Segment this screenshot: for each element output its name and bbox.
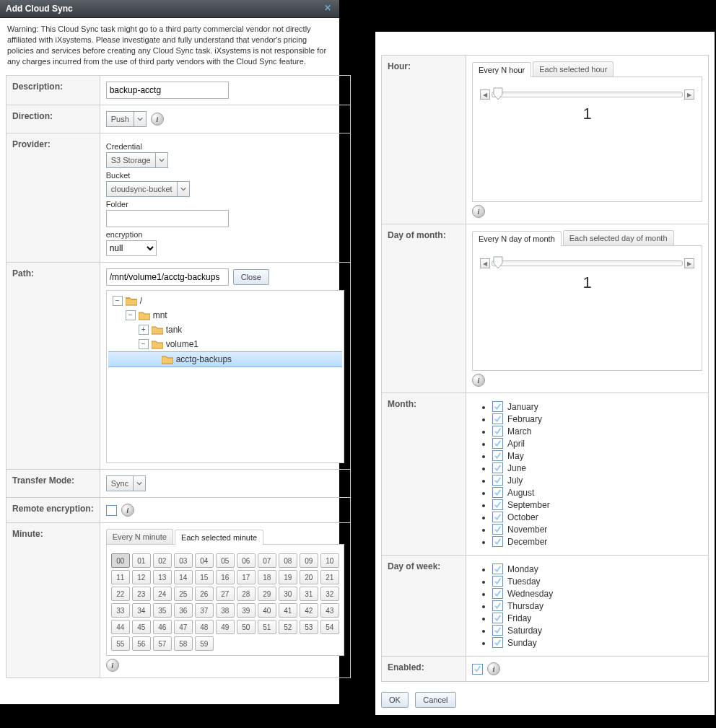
minute-15[interactable]: 15 [195,570,214,584]
slider-dec-icon[interactable]: ◀ [480,89,490,100]
minute-58[interactable]: 58 [174,636,193,651]
info-icon[interactable]: i [472,374,485,387]
info-icon[interactable]: i [121,504,134,517]
minute-35[interactable]: 35 [153,603,172,618]
tree-item-volume1[interactable]: volume1 [166,339,198,349]
minute-10[interactable]: 10 [320,553,339,568]
minute-34[interactable]: 34 [132,603,151,618]
close-button[interactable]: Close [233,269,269,285]
minute-52[interactable]: 52 [279,620,297,634]
minute-43[interactable]: 43 [320,603,339,618]
minute-13[interactable]: 13 [153,570,172,584]
minute-44[interactable]: 44 [111,620,130,634]
info-icon[interactable]: i [487,662,500,675]
minute-57[interactable]: 57 [153,636,172,651]
tree-item-mnt[interactable]: mnt [153,310,167,320]
enabled-checkbox[interactable] [472,664,483,675]
minute-22[interactable]: 22 [111,587,130,601]
minute-21[interactable]: 21 [320,570,339,584]
minute-49[interactable]: 49 [216,620,235,634]
minute-38[interactable]: 38 [216,603,235,618]
dow-checkbox-tuesday[interactable] [492,576,503,587]
month-checkbox-march[interactable] [492,426,503,437]
tab-every-n-dom[interactable]: Every N day of month [472,231,562,246]
remote-encryption-checkbox[interactable] [106,505,117,516]
minute-06[interactable]: 06 [237,553,256,568]
minute-36[interactable]: 36 [174,603,193,618]
minute-41[interactable]: 41 [279,603,297,618]
minute-31[interactable]: 31 [300,587,318,601]
direction-select[interactable]: Push [106,111,147,127]
minute-11[interactable]: 11 [111,570,130,584]
month-checkbox-january[interactable] [492,401,503,412]
collapse-icon[interactable]: − [113,296,123,306]
slider-dec-icon[interactable]: ◀ [480,258,490,268]
minute-50[interactable]: 50 [237,620,256,634]
month-checkbox-september[interactable] [492,499,503,510]
minute-17[interactable]: 17 [237,570,256,584]
expand-icon[interactable]: + [139,325,149,335]
minute-45[interactable]: 45 [132,620,151,634]
minute-07[interactable]: 07 [258,553,276,568]
dow-checkbox-thursday[interactable] [492,600,503,611]
minute-53[interactable]: 53 [300,620,318,634]
tree-item-acctg-backups[interactable]: acctg-backups [176,354,232,364]
month-checkbox-november[interactable] [492,524,503,535]
slider-handle[interactable] [493,256,503,269]
month-checkbox-february[interactable] [492,413,503,424]
minute-55[interactable]: 55 [111,636,130,651]
minute-20[interactable]: 20 [300,570,318,584]
month-checkbox-may[interactable] [492,450,503,461]
tab-every-n-hour[interactable]: Every N hour [472,62,531,77]
minute-39[interactable]: 39 [237,603,256,618]
minute-12[interactable]: 12 [132,570,151,584]
dow-checkbox-saturday[interactable] [492,625,503,636]
minute-48[interactable]: 48 [195,620,214,634]
minute-37[interactable]: 37 [195,603,214,618]
dow-checkbox-sunday[interactable] [492,637,503,648]
minute-59[interactable]: 59 [195,636,214,651]
minute-19[interactable]: 19 [279,570,297,584]
minute-08[interactable]: 08 [279,553,297,568]
tab-each-selected-minute[interactable]: Each selected minute [175,530,263,545]
dow-checkbox-monday[interactable] [492,563,503,574]
minute-30[interactable]: 30 [279,587,297,601]
description-input[interactable] [106,82,229,99]
minute-51[interactable]: 51 [258,620,276,634]
minute-32[interactable]: 32 [320,587,339,601]
minute-42[interactable]: 42 [300,603,318,618]
month-checkbox-june[interactable] [492,462,503,473]
minute-18[interactable]: 18 [258,570,276,584]
credential-select[interactable]: S3 Storage [106,152,168,168]
minute-54[interactable]: 54 [320,620,339,634]
slider-handle[interactable] [493,87,503,100]
minute-03[interactable]: 03 [174,553,193,568]
minute-27[interactable]: 27 [216,587,235,601]
tab-every-n-minute[interactable]: Every N minute [106,529,173,544]
slider-inc-icon[interactable]: ▶ [684,89,694,100]
minute-14[interactable]: 14 [174,570,193,584]
path-input[interactable] [106,268,229,286]
path-tree[interactable]: − / − mnt + tank [106,290,344,463]
dow-checkbox-wednesday[interactable] [492,588,503,599]
month-checkbox-december[interactable] [492,536,503,547]
tree-item-tank[interactable]: tank [166,325,183,335]
tab-each-selected-dom[interactable]: Each selected day of month [563,230,674,245]
tree-root[interactable]: / [140,296,142,306]
minute-04[interactable]: 04 [195,553,214,568]
dow-checkbox-friday[interactable] [492,613,503,623]
minute-56[interactable]: 56 [132,636,151,651]
tab-each-selected-hour[interactable]: Each selected hour [533,61,614,76]
month-checkbox-april[interactable] [492,438,503,449]
minute-25[interactable]: 25 [174,587,193,601]
minute-16[interactable]: 16 [216,570,235,584]
info-icon[interactable]: i [106,659,119,672]
info-icon[interactable]: i [151,113,164,126]
collapse-icon[interactable]: − [139,339,149,349]
encryption-select[interactable]: null [106,240,157,256]
minute-24[interactable]: 24 [153,587,172,601]
bucket-select[interactable]: cloudsync-bucket [106,181,190,197]
month-checkbox-october[interactable] [492,512,503,522]
close-icon[interactable]: ✕ [322,3,333,14]
minute-47[interactable]: 47 [174,620,193,634]
